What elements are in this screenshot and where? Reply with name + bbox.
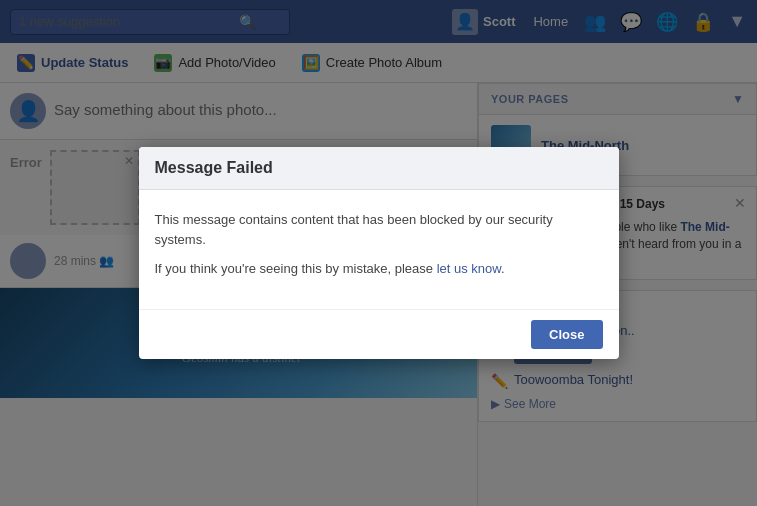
- modal-overlay[interactable]: Message Failed This message contains con…: [0, 0, 757, 506]
- modal-title: Message Failed: [155, 159, 273, 176]
- modal-message-2: If you think you're seeing this by mista…: [155, 259, 603, 279]
- modal-text-end: .: [501, 261, 505, 276]
- modal-message-1: This message contains content that has b…: [155, 210, 603, 249]
- let-us-know-link[interactable]: let us know: [437, 261, 501, 276]
- close-button[interactable]: Close: [531, 320, 602, 349]
- modal-body: This message contains content that has b…: [139, 190, 619, 309]
- modal-header: Message Failed: [139, 147, 619, 190]
- message-failed-modal: Message Failed This message contains con…: [139, 147, 619, 359]
- modal-footer: Close: [139, 309, 619, 359]
- modal-text-before: If you think you're seeing this by mista…: [155, 261, 437, 276]
